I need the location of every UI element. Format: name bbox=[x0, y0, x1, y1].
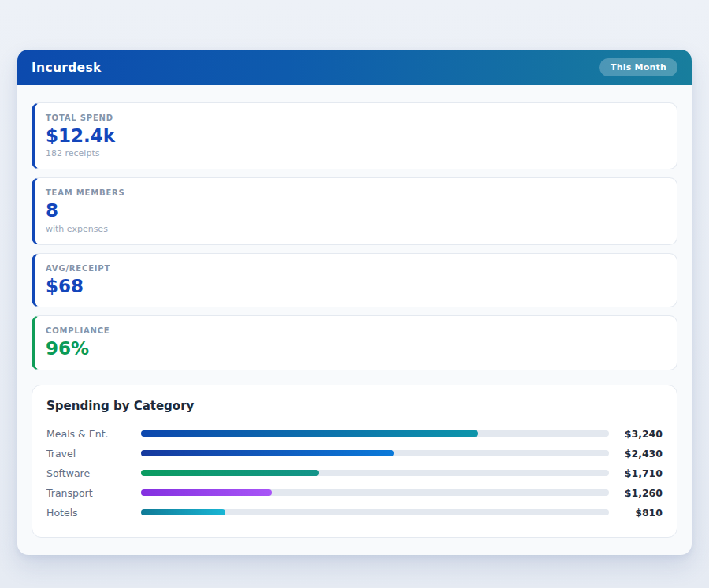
stat-label: COMPLIANCE bbox=[46, 326, 664, 335]
app-title: Incurdesk bbox=[32, 61, 102, 75]
spending-chart-card: Spending by Category Meals & Ent. $3,240… bbox=[32, 385, 677, 538]
chart-row-hotels: Hotels $810 bbox=[46, 503, 663, 523]
period-badge[interactable]: This Month bbox=[599, 58, 677, 76]
stat-sub: 182 receipts bbox=[46, 148, 664, 158]
category-value: $810 bbox=[609, 507, 663, 519]
stat-label: TOTAL SPEND bbox=[46, 114, 664, 122]
chart-row-transport: Transport $1,260 bbox=[46, 483, 663, 503]
page: Incurdesk This Month TOTAL SPEND $12.4k … bbox=[0, 0, 709, 555]
chart-row-travel: Travel $2,430 bbox=[46, 444, 663, 463]
category-label: Transport bbox=[46, 487, 141, 499]
main-content: TOTAL SPEND $12.4k 182 receipts TEAM MEM… bbox=[17, 85, 692, 555]
stat-value: $12.4k bbox=[46, 125, 664, 146]
stat-label: AVG/RECEIPT bbox=[46, 264, 664, 273]
stat-sub: with expenses bbox=[46, 224, 664, 234]
stat-value: 96% bbox=[46, 338, 664, 359]
bar-track bbox=[141, 450, 609, 456]
bar-track bbox=[141, 509, 609, 515]
app-header: Incurdesk This Month bbox=[17, 50, 692, 85]
category-value: $2,430 bbox=[609, 448, 663, 460]
category-value: $3,240 bbox=[609, 428, 663, 440]
bar-fill-meals bbox=[141, 430, 478, 437]
bar-fill-transport bbox=[141, 489, 272, 496]
bar-track bbox=[141, 489, 609, 496]
category-label: Hotels bbox=[46, 507, 141, 519]
stat-label: TEAM MEMBERS bbox=[46, 188, 664, 197]
bar-track bbox=[141, 470, 609, 476]
category-value: $1,260 bbox=[609, 487, 663, 499]
bar-fill-hotels bbox=[141, 509, 225, 515]
stat-value: 8 bbox=[46, 200, 664, 221]
chart-title: Spending by Category bbox=[46, 399, 663, 413]
app-container: Incurdesk This Month TOTAL SPEND $12.4k … bbox=[17, 50, 692, 555]
category-label: Software bbox=[46, 467, 141, 479]
bar-fill-travel bbox=[141, 450, 394, 456]
bar-track bbox=[141, 430, 609, 437]
category-label: Travel bbox=[46, 448, 141, 460]
stat-card-avg-receipt: AVG/RECEIPT $68 bbox=[32, 253, 677, 307]
chart-row-meals: Meals & Ent. $3,240 bbox=[46, 424, 663, 444]
category-label: Meals & Ent. bbox=[46, 428, 141, 440]
category-value: $1,710 bbox=[609, 467, 663, 479]
bar-fill-software bbox=[141, 470, 319, 476]
chart-row-software: Software $1,710 bbox=[46, 463, 663, 483]
stat-card-total-spend: TOTAL SPEND $12.4k 182 receipts bbox=[32, 102, 677, 169]
stat-card-compliance: COMPLIANCE 96% bbox=[32, 315, 677, 370]
stat-value: $68 bbox=[46, 276, 664, 296]
stat-card-team-members: TEAM MEMBERS 8 with expenses bbox=[32, 177, 677, 244]
